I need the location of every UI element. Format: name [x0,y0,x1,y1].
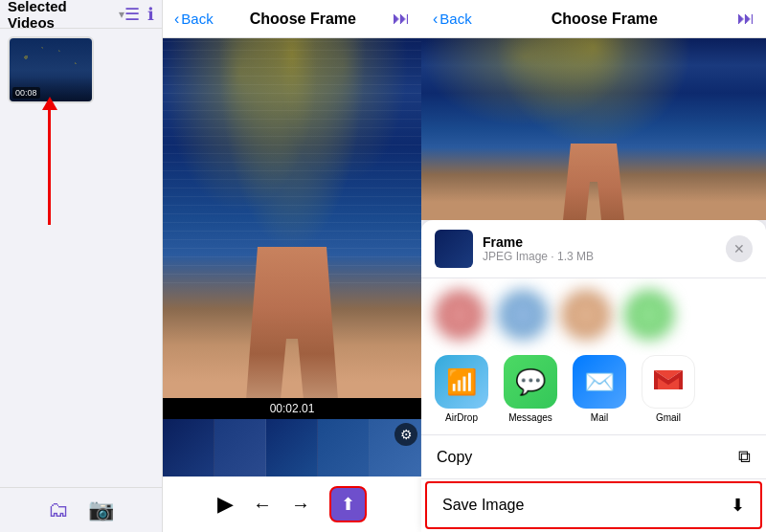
share-file-meta: JPEG Image · 1.3 MB [483,250,726,263]
contact-3[interactable] [561,290,611,344]
share-sheet-header: Frame JPEG Image · 1.3 MB ✕ [421,220,766,278]
copy-label: Copy [437,449,738,466]
right-back-label: Back [439,11,471,27]
mail-icon: ✉️ [573,355,626,409]
playback-controls: ▶ ← → ⬆ [163,477,421,532]
back-chevron-icon: ‹ [174,11,179,28]
middle-back-label: Back [181,11,213,27]
folder-icon[interactable]: 🗂 [48,498,69,522]
next-frame-button[interactable]: → [291,494,310,516]
middle-panel: ‹ Back Choose Frame ⏭ 00:02.01 ⚙ ▶ ← → ⬆ [163,0,421,532]
share-file-info: Frame JPEG Image · 1.3 MB [483,234,726,263]
film-frame-4 [318,419,370,477]
app-messages[interactable]: 💬 Messages [504,355,557,423]
app-airdrop[interactable]: 📶 AirDrop [435,355,488,423]
middle-header: ‹ Back Choose Frame ⏭ [163,0,421,38]
contact-2[interactable] [498,290,548,344]
contact-4[interactable] [624,290,674,344]
right-header: ‹ Back Choose Frame ⏭ [421,0,766,38]
play-button[interactable]: ▶ [217,492,234,517]
action-list: Copy ⧉ Save Image ⬇ [421,434,766,532]
share-sheet: Frame JPEG Image · 1.3 MB ✕ [421,220,766,532]
film-frame-3 [266,419,318,477]
copy-icon: ⧉ [738,447,751,467]
avatar-4 [624,290,674,340]
app-gmail[interactable]: Gmail [642,355,695,423]
avatar-3 [561,290,611,340]
airdrop-label: AirDrop [445,412,478,423]
contact-1[interactable] [435,290,484,344]
menu-icon[interactable]: ☰ [124,4,140,25]
selected-videos-title: Selected Videos [8,0,115,31]
bottom-toolbar: 🗂 📷 [0,487,162,532]
middle-back-button[interactable]: ‹ Back [174,11,214,28]
airdrop-icon: 📶 [435,355,488,409]
info-icon[interactable]: ℹ [147,4,154,25]
right-panel: ‹ Back Choose Frame ⏭ Frame JPEG Image ·… [421,0,766,532]
filmstrip-settings-icon[interactable]: ⚙ [394,423,417,446]
messages-label: Messages [508,412,552,423]
video-thumbnail[interactable]: 00:08 [8,36,94,103]
middle-panel-title: Choose Frame [250,11,356,28]
left-header: Selected Videos ▾ ☰ ℹ [0,0,162,29]
arrow-line [48,110,51,225]
prev-frame-button[interactable]: ← [253,494,272,516]
filmstrip-frames [163,419,421,477]
camera-icon[interactable]: 📷 [88,498,114,522]
left-panel: Selected Videos ▾ ☰ ℹ 00:08 🗂 📷 [0,0,163,532]
share-file-name: Frame [483,234,726,250]
gmail-label: Gmail [656,412,681,423]
copy-action[interactable]: Copy ⧉ [421,435,766,479]
app-row: 📶 AirDrop 💬 Messages ✉️ Mail [421,355,766,434]
filmstrip-area[interactable]: ⚙ [163,419,421,477]
right-panel-icon[interactable]: ⏭ [737,9,755,29]
film-frame-2 [214,419,266,477]
gmail-icon [642,355,695,409]
right-video-preview [421,38,766,220]
share-close-button[interactable]: ✕ [726,235,753,262]
timestamp-text: 00:02.01 [270,402,315,415]
share-button[interactable]: ⬆ [329,486,367,522]
header-icons: ☰ ℹ [124,4,154,25]
contact-row [421,278,766,355]
mail-label: Mail [591,412,608,423]
film-frame-1 [163,419,214,477]
arrow-indicator [48,110,51,225]
avatar-2 [498,290,548,340]
messages-icon: 💬 [504,355,557,409]
timestamp-bar: 00:02.01 [163,398,421,419]
right-video-overlay [421,38,766,220]
save-image-label: Save Image [442,497,731,514]
middle-right-icon[interactable]: ⏭ [393,9,410,29]
arrow-head-icon [42,97,57,110]
share-icon: ⬆ [341,494,355,515]
right-panel-title: Choose Frame [552,11,658,28]
right-back-chevron-icon: ‹ [433,11,438,28]
video-list: 00:08 [0,29,162,487]
save-image-action[interactable]: Save Image ⬇ [425,481,762,529]
right-back-button[interactable]: ‹ Back [433,11,472,28]
save-image-icon: ⬇ [731,495,745,516]
app-mail[interactable]: ✉️ Mail [573,355,626,423]
video-frame [163,38,421,398]
video-duration: 00:08 [12,87,40,99]
share-file-thumbnail [435,230,473,268]
middle-video-area [163,38,421,398]
avatar-1 [435,290,484,340]
